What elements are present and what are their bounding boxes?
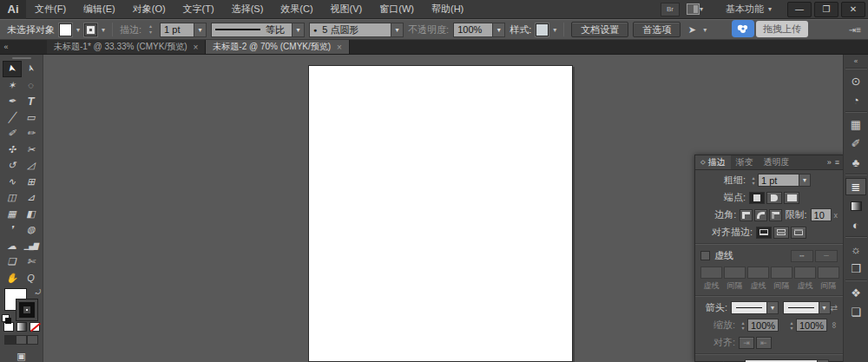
cloud-upload-icon[interactable] bbox=[732, 20, 754, 37]
stroke-color-dropdown-icon[interactable]: ▾ bbox=[102, 26, 105, 34]
chevron-down-icon[interactable]: ▾ bbox=[767, 301, 779, 314]
chevron-down-icon[interactable]: ▾ bbox=[819, 301, 831, 314]
close-button[interactable]: ✕ bbox=[841, 2, 865, 17]
menu-view[interactable]: 视图(V) bbox=[322, 0, 372, 19]
width-tool[interactable]: ∿ bbox=[3, 174, 22, 190]
gradient-panel-icon[interactable] bbox=[845, 197, 866, 214]
scale-tool[interactable]: ◿ bbox=[22, 157, 41, 174]
fill-color-swatch[interactable] bbox=[59, 23, 72, 36]
restore-button[interactable]: ❐ bbox=[814, 2, 838, 17]
butt-cap-button[interactable] bbox=[749, 192, 765, 204]
color-guide-panel-icon[interactable]: ◔ bbox=[845, 91, 866, 109]
toolbar-grip[interactable] bbox=[12, 57, 31, 59]
tab-untitled-2[interactable]: 未标题-2 @ 70% (CMYK/预览) × bbox=[206, 40, 350, 54]
round-cap-button[interactable] bbox=[766, 192, 782, 204]
brush-definition-combo[interactable]: ● 5 点圆形 ▾ bbox=[309, 23, 404, 37]
collapse-panel-icon[interactable]: » bbox=[827, 158, 832, 167]
tab-transparency[interactable]: 透明度 bbox=[759, 155, 795, 169]
scissors-tool[interactable]: ✂ bbox=[22, 142, 41, 158]
transparency-panel-icon[interactable]: ◐ bbox=[845, 216, 866, 234]
menu-select[interactable]: 选择(S) bbox=[223, 0, 273, 19]
artboards-panel-icon[interactable]: ❏ bbox=[845, 303, 866, 320]
stroke-panel-icon[interactable]: ≣ bbox=[845, 178, 866, 195]
chevron-down-icon[interactable]: ▾ bbox=[493, 23, 505, 37]
gap-input-3[interactable] bbox=[818, 267, 839, 279]
align-stroke-inside-button[interactable] bbox=[773, 227, 789, 239]
pen-tool[interactable]: ✒ bbox=[3, 93, 22, 109]
menu-effect[interactable]: 效果(C) bbox=[272, 0, 321, 19]
chevron-down-icon[interactable]: ▾ bbox=[293, 23, 305, 37]
fill-color-dropdown-icon[interactable]: ▾ bbox=[76, 26, 80, 34]
direct-selection-tool[interactable]: ➢ bbox=[22, 61, 41, 77]
menu-help[interactable]: 帮助(H) bbox=[423, 0, 472, 19]
menu-object[interactable]: 对象(O) bbox=[124, 0, 174, 19]
stroke-indicator[interactable] bbox=[16, 299, 38, 321]
bevel-join-button[interactable] bbox=[769, 209, 782, 221]
swatches-panel-icon[interactable]: ▦ bbox=[845, 115, 866, 133]
scale-start-stepper[interactable]: ▴▾ bbox=[739, 319, 747, 332]
align-dash-button[interactable]: ┄ bbox=[815, 250, 838, 262]
workspace-switcher[interactable]: 基本功能 ▾ bbox=[726, 3, 772, 16]
blob-brush-tool[interactable]: ✣ bbox=[3, 142, 22, 158]
pencil-tool[interactable]: ✏ bbox=[22, 125, 41, 142]
draw-behind-button[interactable] bbox=[16, 335, 27, 345]
style-swatch[interactable] bbox=[536, 23, 549, 36]
chevron-down-icon[interactable]: ▾ bbox=[799, 174, 811, 187]
shape-builder-tool[interactable]: ◫ bbox=[3, 189, 22, 206]
gap-input-2[interactable] bbox=[771, 267, 792, 279]
arrowhead-end-combo[interactable]: ▾ bbox=[783, 301, 831, 314]
projecting-cap-button[interactable] bbox=[784, 192, 799, 204]
gap-input-1[interactable] bbox=[724, 267, 746, 279]
style-dropdown-icon[interactable]: ▾ bbox=[553, 26, 556, 34]
close-tab-icon[interactable]: × bbox=[194, 43, 199, 52]
align-stroke-outside-button[interactable] bbox=[791, 227, 806, 239]
miter-join-button[interactable] bbox=[740, 209, 753, 221]
swap-fill-stroke-icon[interactable]: ⤾ bbox=[36, 288, 42, 297]
gradient-button[interactable] bbox=[16, 322, 27, 332]
stroke-weight-value[interactable]: 1 pt bbox=[160, 23, 194, 37]
draw-normal-button[interactable] bbox=[4, 335, 16, 345]
artboard-tool[interactable]: ❏ bbox=[3, 253, 22, 270]
opacity-combo[interactable]: 100% ▾ bbox=[453, 23, 505, 37]
none-button[interactable] bbox=[30, 322, 40, 332]
align-stroke-center-button[interactable] bbox=[756, 227, 772, 239]
layers-panel-icon[interactable]: ❖ bbox=[845, 284, 866, 301]
chevron-down-icon[interactable]: ▾ bbox=[703, 26, 707, 34]
draw-inside-button[interactable] bbox=[27, 335, 38, 345]
opacity-value[interactable]: 100% bbox=[453, 23, 493, 37]
column-graph-tool[interactable]: ▁▄▇ bbox=[22, 238, 41, 254]
weight-stepper[interactable]: ▴▾ bbox=[749, 174, 758, 187]
link-scales-icon[interactable]: ∞ bbox=[830, 322, 839, 328]
gradient-tool[interactable]: ◧ bbox=[22, 206, 41, 222]
paintbrush-tool[interactable]: ✐ bbox=[3, 125, 22, 142]
menu-window[interactable]: 窗口(W) bbox=[371, 0, 423, 19]
weight-value[interactable]: 1 pt bbox=[758, 174, 799, 187]
rectangle-tool[interactable]: ▭ bbox=[22, 109, 41, 126]
chevron-down-icon[interactable]: ▾ bbox=[391, 23, 404, 37]
arrowhead-start-combo[interactable]: ▾ bbox=[731, 301, 779, 314]
select-similar-icon[interactable]: ➤ bbox=[685, 23, 699, 36]
free-transform-tool[interactable]: ⊞ bbox=[22, 174, 41, 190]
magic-wand-tool[interactable]: ✶ bbox=[3, 77, 22, 94]
menu-file[interactable]: 文件(F) bbox=[26, 0, 75, 19]
dash-input-2[interactable] bbox=[747, 267, 769, 279]
width-profile-combo[interactable]: 等比 ▾ bbox=[211, 23, 305, 37]
scale-end-stepper[interactable]: ▴▾ bbox=[787, 319, 796, 332]
align-arrow-tip-button[interactable]: ⇥ bbox=[739, 337, 754, 349]
default-fill-stroke-icon[interactable] bbox=[2, 314, 10, 322]
toolbar-collapse-icon[interactable]: « bbox=[0, 40, 12, 54]
brushes-panel-icon[interactable]: ✐ bbox=[845, 135, 866, 152]
line-segment-tool[interactable]: ╱ bbox=[3, 109, 22, 126]
minimize-button[interactable]: — bbox=[787, 2, 812, 17]
color-panel-icon[interactable]: ⊙ bbox=[845, 72, 866, 89]
eyedropper-tool[interactable]: ❜ bbox=[3, 221, 22, 238]
selection-tool[interactable]: ➤ bbox=[3, 61, 22, 77]
preserve-dash-button[interactable]: ╍ bbox=[791, 250, 813, 262]
slice-tool[interactable]: ✄ bbox=[22, 253, 41, 270]
lasso-tool[interactable]: ◌ bbox=[22, 77, 41, 94]
brush-definition-value[interactable]: ● 5 点圆形 bbox=[309, 23, 391, 37]
tab-stroke[interactable]: ⬦ 描边 bbox=[695, 155, 731, 169]
scale-start-value[interactable]: 100% bbox=[747, 319, 779, 332]
arrange-documents-button[interactable]: ▾ bbox=[687, 3, 703, 15]
round-join-button[interactable] bbox=[754, 209, 767, 221]
